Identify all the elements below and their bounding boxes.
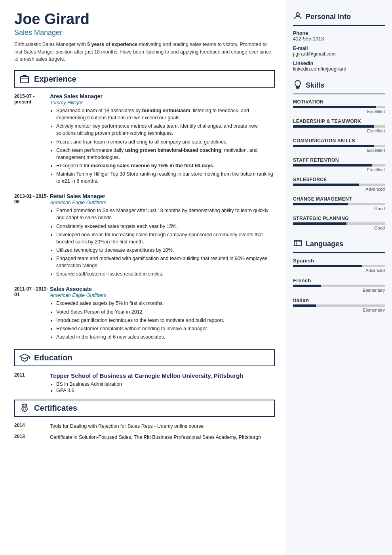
skill-item-6: STRATEGIC PLANNING Good bbox=[293, 216, 385, 230]
personal-info-label: Personal Info bbox=[306, 13, 351, 21]
education-section-header: Education bbox=[14, 349, 275, 366]
exp-bullet: Assisted in the training of 6 new sales … bbox=[56, 333, 275, 341]
skills-icon bbox=[293, 80, 303, 91]
education-icon bbox=[19, 352, 30, 363]
skills-section: Skills MOTIVATION Excellent LEADERSHIP &… bbox=[293, 80, 385, 230]
exp-date-3: 2011-07 - 2013-01 bbox=[14, 286, 50, 342]
exp-entry-3: 2011-07 - 2013-01 Sales Associate Americ… bbox=[14, 286, 275, 342]
language-bar-bg bbox=[293, 265, 385, 267]
language-item-2: Italian Elementary bbox=[293, 297, 385, 312]
exp-entry-1: 2015-07 - present Area Sales Manager Tom… bbox=[14, 93, 275, 186]
language-name: Spanish bbox=[293, 258, 385, 264]
personal-info-header: Personal Info bbox=[293, 11, 385, 26]
candidate-title: Sales Manager bbox=[14, 29, 275, 37]
skill-item-1: LEADERSHIP & TEAMWORK Excellent bbox=[293, 119, 385, 133]
company-3: American Eagle Outfitters bbox=[50, 293, 275, 298]
languages-section: Languages Spanish Advanced French Elemen… bbox=[293, 238, 385, 312]
skill-item-0: MOTIVATION Excellent bbox=[293, 99, 385, 114]
language-bar-fill bbox=[293, 304, 316, 307]
languages-icon bbox=[293, 238, 303, 250]
exp-content-2: Retail Sales Manager American Eagle Outf… bbox=[50, 193, 275, 279]
exp-date-1: 2015-07 - present bbox=[14, 93, 50, 186]
skill-level: Advanced bbox=[293, 187, 385, 191]
exp-bullet: Maintain Tommy Hilfiger Top 30 Store ran… bbox=[56, 170, 275, 185]
svg-rect-9 bbox=[297, 88, 299, 88]
exp-bullet: Utilized technology to decrease expendit… bbox=[56, 247, 275, 254]
skill-bar-bg bbox=[293, 164, 385, 166]
skill-level: Excellent bbox=[293, 167, 385, 172]
exp-bullet: Voted Sales Person of the Year in 2012. bbox=[56, 308, 275, 316]
education-list: 2011 Tepper School of Business at Carneg… bbox=[14, 372, 275, 394]
skill-bar-bg bbox=[293, 106, 385, 108]
skill-level: Excellent bbox=[293, 148, 385, 153]
right-column: Personal Info Phone 412-555-1313 E-mail … bbox=[286, 0, 392, 555]
personal-info-section: Personal Info Phone 412-555-1313 E-mail … bbox=[293, 11, 385, 72]
company-1: Tommy Hilfiger bbox=[50, 100, 275, 105]
exp-bullet: Introduced gamification techniques to th… bbox=[56, 317, 275, 324]
phone-value: 412-555-1313 bbox=[293, 36, 385, 42]
edu-bullet: GPA 3.6 bbox=[56, 388, 244, 393]
experience-section-header: Experience bbox=[14, 70, 275, 88]
language-level: Elementary bbox=[293, 288, 385, 293]
svg-rect-0 bbox=[21, 77, 29, 83]
skill-bar-bg bbox=[293, 145, 385, 147]
svg-point-5 bbox=[22, 406, 27, 411]
cert-year-1: 2014 bbox=[14, 423, 50, 430]
linkedin-label: LinkedIn bbox=[293, 61, 385, 66]
skill-item-3: STAFF RETENTION Excellent bbox=[293, 157, 385, 172]
svg-point-6 bbox=[23, 407, 26, 410]
skills-list: MOTIVATION Excellent LEADERSHIP & TEAMWO… bbox=[293, 99, 385, 230]
skill-bar-bg bbox=[293, 203, 385, 205]
email-label: E-mail bbox=[293, 46, 385, 51]
cert-entry-2: 2013 Certificate in Solution-Focused Sal… bbox=[14, 434, 275, 441]
skill-bar-fill bbox=[293, 106, 376, 108]
left-column: Joe Girard Sales Manager Enthusiastic Sa… bbox=[0, 0, 286, 555]
exp-bullet: Resolved customer complaints without nee… bbox=[56, 325, 275, 332]
exp-content-1: Area Sales Manager Tommy Hilfiger Spearh… bbox=[50, 93, 275, 186]
resume-page: Joe Girard Sales Manager Enthusiastic Sa… bbox=[0, 0, 392, 555]
exp-bullet: Actively monitor key performance metrics… bbox=[56, 122, 275, 137]
education-label: Education bbox=[34, 353, 72, 362]
experience-label: Experience bbox=[34, 75, 76, 84]
skill-name: CHANGE MANAGEMENT bbox=[293, 196, 385, 202]
skill-name: LEADERSHIP & TEAMWORK bbox=[293, 119, 385, 124]
edu-entry-1: 2011 Tepper School of Business at Carneg… bbox=[14, 372, 275, 394]
skill-level: Excellent bbox=[293, 109, 385, 114]
languages-list: Spanish Advanced French Elementary Itali… bbox=[293, 258, 385, 312]
exp-bullet: Ensured staff/customer issues resulted i… bbox=[56, 270, 275, 278]
language-bar-bg bbox=[293, 304, 385, 307]
svg-rect-8 bbox=[296, 86, 299, 87]
cert-desc-2: Certificate in Solution-Focused Sales, T… bbox=[50, 434, 275, 441]
languages-header: Languages bbox=[293, 238, 385, 253]
certificates-label: Certificates bbox=[34, 404, 77, 413]
language-bar-fill bbox=[293, 265, 362, 267]
skill-bar-fill bbox=[293, 203, 348, 205]
certificates-icon bbox=[19, 403, 30, 414]
skills-header: Skills bbox=[293, 80, 385, 94]
edu-content-1: Tepper School of Business at Carnegie Me… bbox=[50, 372, 244, 394]
exp-bullet: Recognized for increasing sales revenue … bbox=[56, 162, 275, 169]
svg-marker-3 bbox=[20, 354, 29, 359]
skill-item-4: SALESFORCE Advanced bbox=[293, 177, 385, 191]
skill-bar-bg bbox=[293, 125, 385, 128]
personal-info-icon bbox=[293, 11, 303, 23]
skill-bar-bg bbox=[293, 222, 385, 225]
edu-bullet: BS in Business Administration bbox=[56, 381, 244, 387]
language-name: Italian bbox=[293, 297, 385, 303]
job-title-2: Retail Sales Manager bbox=[50, 193, 275, 199]
phone-label: Phone bbox=[293, 31, 385, 36]
name-title-block: Joe Girard Sales Manager bbox=[14, 11, 275, 37]
skill-bar-fill bbox=[293, 184, 359, 186]
skill-bar-fill bbox=[293, 145, 374, 147]
exp-bullet: Consistently exceeded sales targets each… bbox=[56, 223, 275, 230]
exp-bullet: Recruit and train team members adhering … bbox=[56, 138, 275, 145]
experience-list: 2015-07 - present Area Sales Manager Tom… bbox=[14, 93, 275, 342]
exp-bullet: Coach team performance daily using prove… bbox=[56, 147, 275, 161]
email-value: j.girard@gmail.com bbox=[293, 51, 385, 57]
language-bar-bg bbox=[293, 285, 385, 287]
job-title-1: Area Sales Manager bbox=[50, 93, 275, 100]
skill-name: STAFF RETENTION bbox=[293, 157, 385, 163]
exp-date-2: 2013-01 - 2015-06 bbox=[14, 193, 50, 279]
exp-bullet: Engaged team and motivated with gamifica… bbox=[56, 255, 275, 269]
svg-point-7 bbox=[296, 13, 299, 16]
